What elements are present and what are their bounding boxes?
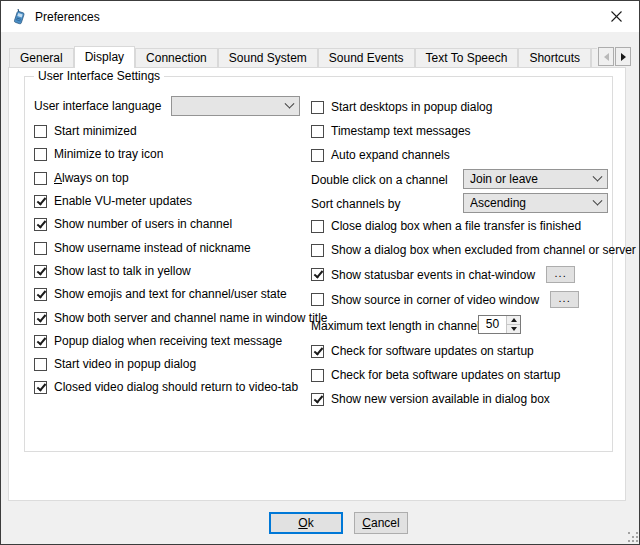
checkbox-unchecked[interactable]	[34, 148, 47, 161]
checkbox-checked[interactable]	[34, 335, 47, 348]
checkbox-label: Start video in popup dialog	[54, 357, 196, 371]
double-click-combobox-value: Join or leave	[470, 172, 594, 186]
tab-sound-system[interactable]: Sound System	[218, 48, 318, 68]
chevron-down-icon	[593, 195, 603, 205]
spinner-up-button[interactable]	[507, 316, 520, 325]
tab-general[interactable]: General	[9, 48, 74, 68]
checkbox-label: Show new version available in dialog box	[331, 392, 550, 406]
checkbox-label: Show last to talk in yellow	[54, 264, 191, 278]
checkbox-label: Closed video dialog should return to vid…	[54, 380, 298, 394]
checkbox-checked[interactable]	[34, 312, 47, 325]
checkbox-unchecked[interactable]	[34, 172, 47, 185]
tab-bar: GeneralDisplayConnectionSound SystemSoun…	[9, 45, 597, 68]
checkbox-checked[interactable]	[34, 195, 47, 208]
checkbox-label: Start minimized	[54, 124, 137, 138]
checkbox-row: Show new version available in dialog box	[311, 392, 550, 406]
checkbox-checked[interactable]	[311, 268, 324, 281]
arrow-up-icon	[511, 318, 517, 322]
tab-text-to-speech[interactable]: Text To Speech	[415, 48, 519, 68]
checkbox-row: Close dialog box when a file transfer is…	[311, 219, 581, 233]
tab-connection[interactable]: Connection	[135, 48, 218, 68]
checkbox-label: Show a dialog box when excluded from cha…	[331, 243, 636, 257]
checkbox-label: Show statusbar events in chat-window	[331, 268, 535, 282]
spinner-down-button[interactable]	[507, 325, 520, 334]
checkbox-checked[interactable]	[34, 218, 47, 231]
tab-video[interactable]: Video	[591, 48, 597, 68]
checkbox-row: Show username instead of nickname	[34, 241, 251, 255]
max-text-length-spinner[interactable]: 50	[478, 315, 521, 334]
checkbox-row: Show statusbar events in chat-window...	[311, 266, 575, 283]
spinner-buttons	[506, 316, 520, 333]
checkbox-label: Popup dialog when receiving text message	[54, 334, 282, 348]
checkbox-checked[interactable]	[34, 381, 47, 394]
checkbox-label: Close dialog box when a file transfer is…	[331, 219, 581, 233]
checkbox-row: Enable VU-meter updates	[34, 194, 192, 208]
checkbox-unchecked[interactable]	[311, 293, 324, 306]
checkbox-row: Show number of users in channel	[34, 217, 232, 231]
checkbox-row: Popup dialog when receiving text message	[34, 334, 282, 348]
checkbox-row: Closed video dialog should return to vid…	[34, 380, 298, 394]
checkbox-row: Show source in corner of video window...	[311, 291, 579, 308]
arrow-down-icon	[511, 327, 517, 331]
spinner-value: 50	[479, 316, 506, 333]
language-label: User interface language	[34, 99, 161, 113]
checkbox-label: Enable VU-meter updates	[54, 194, 192, 208]
checkbox-label: Always on top	[54, 171, 129, 185]
checkbox-unchecked[interactable]	[311, 125, 324, 138]
checkbox-row: Show emojis and text for channel/user st…	[34, 287, 287, 301]
double-click-combobox[interactable]: Join or leave	[463, 169, 608, 189]
more-options-button[interactable]: ...	[546, 266, 575, 283]
resize-grip[interactable]	[628, 532, 630, 534]
sort-channels-combobox[interactable]: Ascending	[463, 193, 608, 213]
checkbox-label: Minimize to tray icon	[54, 147, 163, 161]
checkbox-row: Check for beta software updates on start…	[311, 368, 560, 382]
checkbox-checked[interactable]	[34, 265, 47, 278]
checkbox-label: Show source in corner of video window	[331, 293, 539, 307]
tab-sound-events[interactable]: Sound Events	[318, 48, 415, 68]
tab-shortcuts[interactable]: Shortcuts	[518, 48, 591, 68]
checkbox-row: Minimize to tray icon	[34, 147, 163, 161]
sort-channels-label: Sort channels by	[311, 197, 400, 211]
cancel-button-label: Cancel	[362, 516, 399, 530]
checkbox-label: Check for beta software updates on start…	[331, 368, 560, 382]
checkbox-unchecked[interactable]	[311, 244, 324, 257]
checkbox-row: Always on top	[34, 171, 129, 185]
checkbox-checked[interactable]	[311, 393, 324, 406]
checkbox-row: Show both server and channel name in win…	[34, 311, 328, 325]
checkbox-row: Start video in popup dialog	[34, 357, 196, 371]
double-click-label: Double click on a channel	[311, 173, 448, 187]
checkbox-unchecked[interactable]	[311, 369, 324, 382]
cancel-button[interactable]: Cancel	[354, 512, 408, 534]
checkbox-unchecked[interactable]	[34, 242, 47, 255]
ok-button-label: Ok	[298, 516, 313, 530]
chevron-down-icon	[593, 171, 603, 181]
checkbox-row: Show last to talk in yellow	[34, 264, 191, 278]
preferences-dialog: Preferences GeneralDisplayConnectionSoun…	[0, 0, 640, 545]
checkbox-label: Auto expand channels	[331, 148, 450, 162]
tab-display[interactable]: Display	[74, 46, 135, 68]
language-combobox[interactable]	[171, 96, 300, 116]
checkbox-unchecked[interactable]	[311, 101, 324, 114]
checkbox-row: Timestamp text messages	[311, 124, 471, 138]
tab-scroll-right-button[interactable]	[615, 47, 631, 66]
checkbox-label: Show emojis and text for channel/user st…	[54, 287, 287, 301]
checkbox-row: Check for software updates on startup	[311, 344, 534, 358]
checkbox-unchecked[interactable]	[34, 125, 47, 138]
checkbox-checked[interactable]	[311, 345, 324, 358]
checkbox-label: Check for software updates on startup	[331, 344, 534, 358]
checkbox-unchecked[interactable]	[34, 358, 47, 371]
chevron-down-icon	[285, 98, 295, 108]
ok-button[interactable]: Ok	[269, 512, 343, 534]
more-options-button[interactable]: ...	[550, 291, 579, 308]
arrow-right-icon	[621, 53, 626, 61]
checkbox-label: Show both server and channel name in win…	[54, 311, 328, 325]
checkbox-unchecked[interactable]	[311, 149, 324, 162]
checkbox-label: Start desktops in popup dialog	[331, 100, 492, 114]
checkbox-unchecked[interactable]	[311, 220, 324, 233]
checkbox-checked[interactable]	[34, 288, 47, 301]
arrow-left-icon	[604, 53, 609, 61]
tab-scroll-left-button[interactable]	[598, 47, 614, 66]
checkbox-label: Show number of users in channel	[54, 217, 232, 231]
settings-content: User interface language Double click on …	[1, 1, 639, 544]
checkbox-row: Start desktops in popup dialog	[311, 100, 492, 114]
